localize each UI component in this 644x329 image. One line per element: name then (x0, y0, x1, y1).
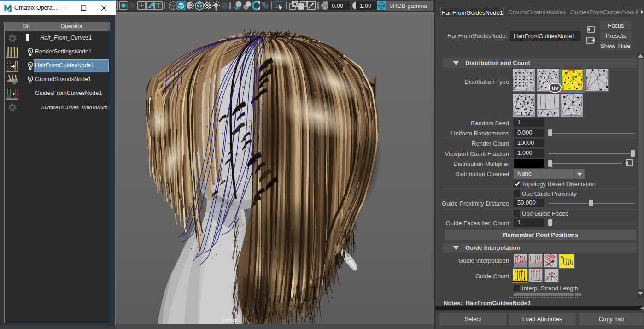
svg-text:T: T (156, 2, 161, 9)
svg-text:uv: uv (551, 84, 559, 91)
svg-text:sRGB gamma: sRGB gamma (390, 2, 427, 9)
svg-text:ON: ON (379, 4, 384, 7)
svg-text:1.00: 1.00 (360, 2, 371, 9)
svg-text:0.00: 0.00 (332, 2, 343, 9)
